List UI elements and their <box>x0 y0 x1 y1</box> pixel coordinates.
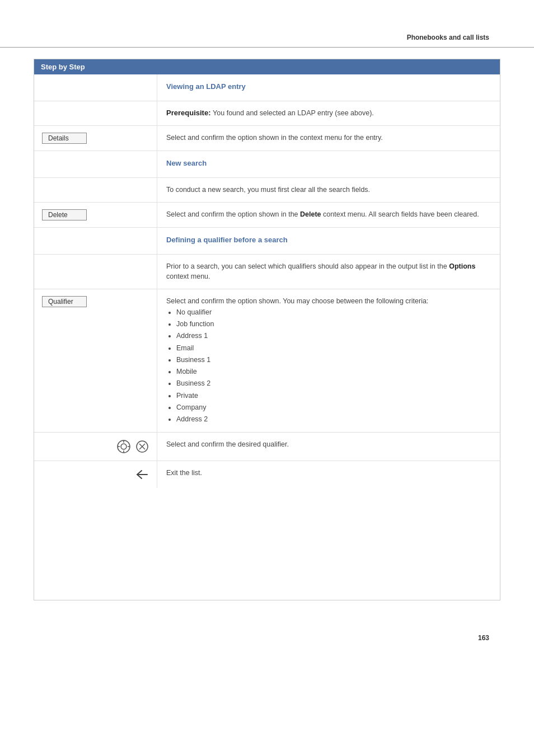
select-qualifier-text: Select and confirm the desired qualifier… <box>166 440 289 448</box>
list-item-private: Private <box>176 390 491 402</box>
step-right-details: Select and confirm the option shown in t… <box>157 126 500 151</box>
settings-icon <box>116 439 131 454</box>
list-item-business2: Business 2 <box>176 378 491 389</box>
step-left-back <box>34 461 157 488</box>
page-number: 163 <box>478 634 489 642</box>
qualifier-list-intro: Select and confirm the option shown. You… <box>166 297 428 305</box>
step-right-select-qualifier: Select and confirm the desired qualifier… <box>157 433 500 461</box>
qualifier-heading: Defining a qualifier before a search <box>166 236 491 244</box>
step-right-viewing-heading: Viewing an LDAP entry <box>157 74 500 101</box>
step-left-prereq <box>34 101 157 125</box>
list-item-mobile: Mobile <box>176 366 491 378</box>
step-right-qualifier-desc: Prior to a search, you can select which … <box>157 255 500 289</box>
step-left-empty-1 <box>34 74 157 101</box>
delete-description: Select and confirm the option shown in t… <box>166 210 479 218</box>
list-item-no-qualifier: No qualifier <box>176 307 491 318</box>
qualifier-bullet-list: No qualifier Job function Address 1 Emai… <box>176 307 491 426</box>
step-left-details: Details <box>34 126 157 151</box>
new-search-heading: New search <box>166 159 491 167</box>
list-item-job-function: Job function <box>176 318 491 330</box>
page-header: Phonebooks and call lists <box>0 0 534 48</box>
step-left-icons <box>34 433 157 461</box>
delete-row: Delete Select and confirm the option sho… <box>34 202 500 227</box>
step-right-qualifier-heading: Defining a qualifier before a search <box>157 228 500 254</box>
list-item-address2: Address 2 <box>176 414 491 425</box>
step-left-empty-3 <box>34 178 157 202</box>
prereq-row: Prerequisite: You found and selected an … <box>34 101 500 125</box>
qualifier-list-row: Qualifier Select and confirm the option … <box>34 289 500 432</box>
details-button[interactable]: Details <box>42 133 87 144</box>
back-arrow-icon <box>135 468 149 481</box>
step-by-step-box: Step by Step Viewing an LDAP entry Prere… <box>34 59 500 600</box>
step-left-empty-4 <box>34 228 157 254</box>
step-left-empty-2 <box>34 151 157 177</box>
prereq-text: You found and selected an LDAP entry (se… <box>213 109 374 117</box>
step-right-new-search-heading: New search <box>157 151 500 177</box>
qualifier-button[interactable]: Qualifier <box>42 296 87 307</box>
step-right-prereq: Prerequisite: You found and selected an … <box>157 101 500 125</box>
qualifier-desc-row: Prior to a search, you can select which … <box>34 254 500 289</box>
exit-list-text: Exit the list. <box>166 469 202 477</box>
list-item-business1: Business 1 <box>176 354 491 366</box>
icon-select-row: Select and confirm the desired qualifier… <box>34 432 500 461</box>
padding-row <box>34 488 500 600</box>
prereq-label: Prerequisite: <box>166 109 210 117</box>
back-row: Exit the list. <box>34 461 500 488</box>
step-left-empty-5 <box>34 255 157 289</box>
list-item-email: Email <box>176 342 491 354</box>
section-row-viewing-heading: Viewing an LDAP entry <box>34 74 500 101</box>
new-search-description: To conduct a new search, you must first … <box>166 186 370 194</box>
step-left-qualifier: Qualifier <box>34 289 157 432</box>
page-number-area: 163 <box>0 623 534 653</box>
list-item-address1: Address 1 <box>176 330 491 342</box>
list-item-company: Company <box>176 402 491 414</box>
step-right-new-search-desc: To conduct a new search, you must first … <box>157 178 500 202</box>
svg-point-1 <box>121 444 127 449</box>
step-left-delete: Delete <box>34 203 157 227</box>
step-right-delete: Select and confirm the option shown in t… <box>157 203 500 227</box>
qualifier-description: Prior to a search, you can select which … <box>166 262 475 281</box>
details-description: Select and confirm the option shown in t… <box>166 134 383 142</box>
qualifier-heading-row: Defining a qualifier before a search <box>34 227 500 254</box>
step-by-step-header: Step by Step <box>34 59 500 74</box>
step-by-step-title: Step by Step <box>41 63 85 71</box>
step-by-step-body: Viewing an LDAP entry Prerequisite: You … <box>34 74 500 600</box>
delete-button[interactable]: Delete <box>42 209 87 220</box>
step-right-qualifier-list: Select and confirm the option shown. You… <box>157 289 500 432</box>
step-right-back: Exit the list. <box>157 461 500 488</box>
new-search-heading-row: New search <box>34 151 500 177</box>
cancel-icon <box>135 440 149 453</box>
details-row: Details Select and confirm the option sh… <box>34 125 500 151</box>
header-title: Phonebooks and call lists <box>407 34 489 41</box>
viewing-ldap-heading: Viewing an LDAP entry <box>166 82 491 91</box>
main-content: Step by Step Viewing an LDAP entry Prere… <box>0 59 534 623</box>
new-search-desc-row: To conduct a new search, you must first … <box>34 177 500 202</box>
